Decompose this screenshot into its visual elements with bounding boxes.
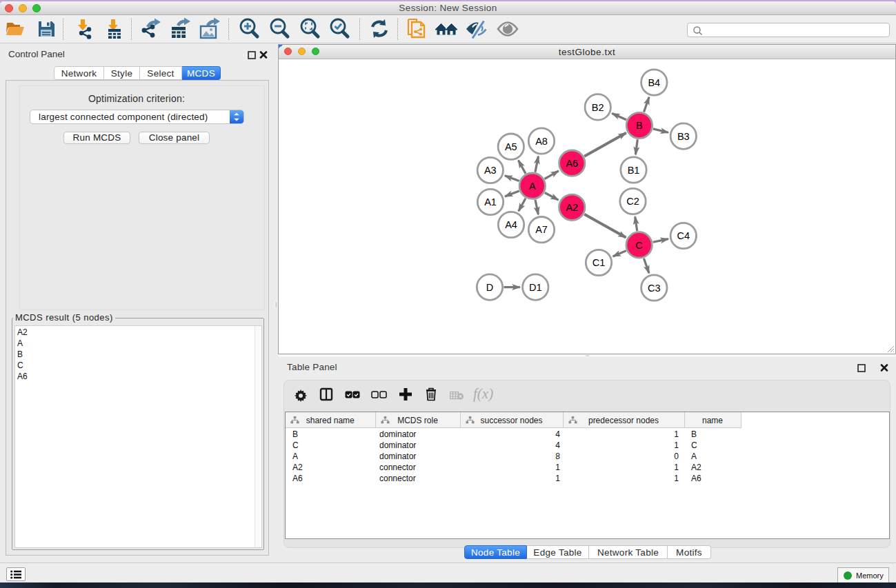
svg-text:A5: A5 [505,141,517,152]
svg-text:B1: B1 [628,165,640,176]
svg-text:A8: A8 [535,136,548,147]
svg-text:B2: B2 [592,102,604,113]
svg-text:B3: B3 [677,131,690,142]
svg-text:A3: A3 [484,165,497,176]
svg-text:C4: C4 [677,230,690,241]
svg-text:D1: D1 [529,282,542,293]
svg-text:A: A [529,181,536,192]
svg-text:C2: C2 [626,196,639,207]
svg-text:D: D [486,282,493,293]
svg-text:B: B [636,120,643,131]
svg-text:A6: A6 [566,158,578,169]
svg-text:B4: B4 [648,77,660,88]
svg-text:A2: A2 [566,202,578,213]
svg-text:C: C [635,240,642,251]
svg-text:A4: A4 [505,219,517,230]
svg-text:A1: A1 [484,196,497,207]
svg-text:C1: C1 [593,257,606,268]
svg-text:C3: C3 [648,283,661,294]
svg-text:A7: A7 [535,224,548,235]
